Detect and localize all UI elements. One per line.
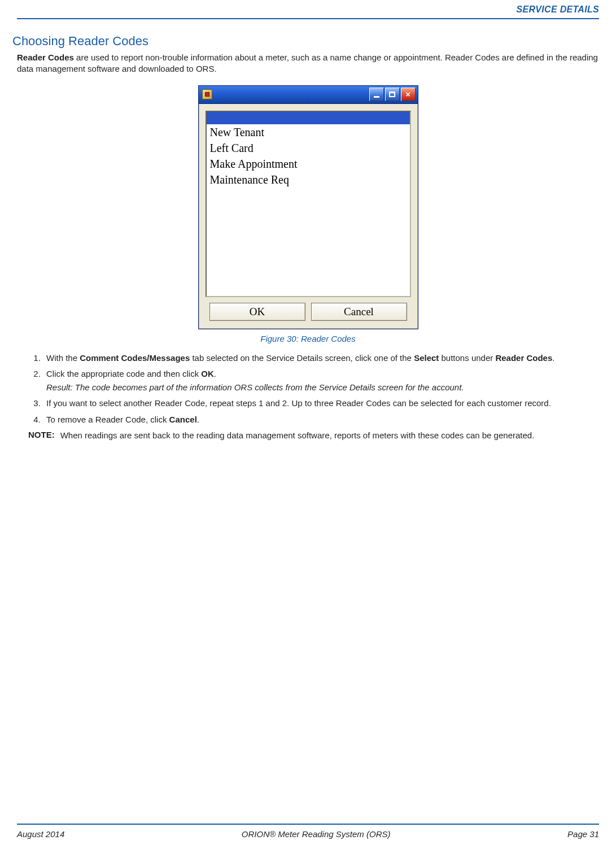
- procedure-steps: With the Comment Codes/Messages tab sele…: [43, 352, 599, 425]
- cancel-button[interactable]: Cancel: [311, 303, 407, 321]
- minimize-icon: [374, 96, 379, 98]
- footer-title: ORION® Meter Reading System (ORS): [64, 829, 567, 839]
- step-1: With the Comment Codes/Messages tab sele…: [43, 352, 599, 364]
- reader-codes-listbox[interactable]: New Tenant Left Card Make Appointment Ma…: [206, 111, 411, 297]
- list-item[interactable]: Left Card: [207, 140, 410, 156]
- section-title: Choosing Reader Codes: [12, 34, 599, 49]
- minimize-button[interactable]: [369, 88, 384, 101]
- list-item[interactable]: Make Appointment: [207, 156, 410, 172]
- intro-body: are used to report non-trouble informati…: [17, 53, 598, 73]
- list-item[interactable]: [207, 112, 410, 124]
- footer-page: Page 31: [567, 829, 599, 839]
- ok-button[interactable]: OK: [209, 303, 305, 321]
- close-icon: ×: [405, 90, 410, 99]
- maximize-icon: [389, 92, 395, 97]
- footer-date: August 2014: [17, 829, 64, 839]
- window-control-buttons: ×: [369, 88, 416, 101]
- figure-caption: Figure 30: Reader Codes: [17, 334, 599, 343]
- intro-lead-term: Reader Codes: [17, 53, 74, 62]
- page-footer: August 2014 ORION® Meter Reading System …: [17, 824, 599, 839]
- note-text: When readings are sent back to the readi…: [60, 430, 599, 441]
- step-2: Click the appropriate code and then clic…: [43, 368, 599, 394]
- note: NOTE: When readings are sent back to the…: [28, 430, 599, 441]
- running-head: SERVICE DETAILS: [17, 5, 599, 18]
- intro-paragraph: Reader Codes are used to report non-trou…: [17, 52, 599, 75]
- list-item[interactable]: Maintenance Req: [207, 172, 410, 188]
- footer-rule: [17, 824, 599, 825]
- maximize-button[interactable]: [385, 88, 400, 101]
- figure-reader-codes: × New Tenant Left Card Make Appointment …: [17, 85, 599, 343]
- step-2-result: Result: The code becomes part of the inf…: [46, 382, 599, 393]
- step-4: To remove a Reader Code, click Cancel.: [43, 414, 599, 425]
- list-item[interactable]: New Tenant: [207, 124, 410, 140]
- close-button[interactable]: ×: [401, 88, 416, 101]
- dialog-titlebar[interactable]: ×: [199, 86, 418, 104]
- note-label: NOTE:: [28, 430, 55, 441]
- reader-codes-dialog: × New Tenant Left Card Make Appointment …: [198, 85, 418, 329]
- header-rule: [17, 18, 599, 19]
- system-menu-icon[interactable]: [202, 89, 212, 99]
- step-3: If you want to select another Reader Cod…: [43, 398, 599, 409]
- page-header: SERVICE DETAILS: [17, 0, 599, 19]
- dialog-button-row: OK Cancel: [199, 303, 418, 329]
